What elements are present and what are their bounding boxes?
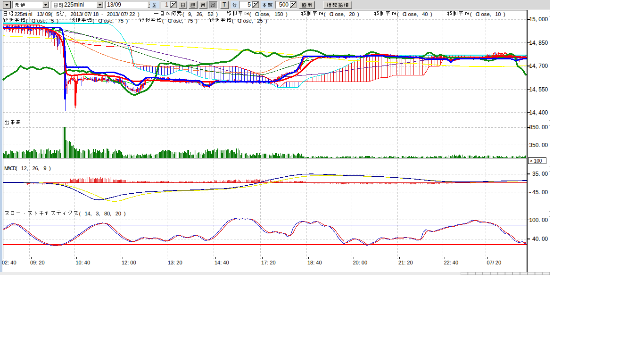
svg-text:( Close, 10 ): ( Close, 10 ) — [470, 11, 505, 17]
svg-text:13:20: 13:20 — [168, 260, 182, 265]
svg-text:14,850: 14,850 — [529, 40, 548, 46]
svg-text:21:20: 21:20 — [398, 260, 413, 265]
svg-text:22:40: 22:40 — [444, 260, 459, 265]
svg-text:-45.00: -45.00 — [529, 189, 548, 196]
svg-text:14:40: 14:40 — [215, 260, 229, 265]
svg-text:100.00: 100.00 — [529, 217, 548, 223]
svg-text:02:40: 02:40 — [2, 260, 17, 265]
svg-text:09:20: 09:20 — [30, 260, 45, 265]
svg-text:( Close, 25 ): ( Close, 25 ) — [232, 18, 267, 24]
svg-text:( Close, 75 ): ( Close, 75 ) — [162, 18, 198, 24]
svg-text:MACD( 12, 26, 9 ): MACD( 12, 26, 9 ) — [4, 165, 51, 171]
svg-text:15,000: 15,000 — [529, 16, 548, 23]
svg-text:( Close, 20 ): ( Close, 20 ) — [324, 11, 359, 17]
svg-text:10:40: 10:40 — [76, 260, 91, 265]
svg-text:( 9, 26, 52 ): ( 9, 26, 52 ) — [182, 11, 218, 17]
svg-text:14,400: 14,400 — [529, 109, 548, 116]
svg-text:12:00: 12:00 — [122, 260, 136, 265]
svg-text:14,550: 14,550 — [529, 86, 548, 93]
svg-text:18:40: 18:40 — [307, 260, 322, 265]
svg-text:07/20: 07/20 — [487, 260, 502, 265]
svg-text:× 100: × 100 — [530, 158, 542, 164]
svg-text:350.00: 350.00 — [529, 142, 548, 148]
svg-text:( Close, 40 ): ( Close, 40 ) — [397, 11, 432, 17]
svg-text:( 14, 3, 80, 20 ): ( 14, 3, 80, 20 ) — [79, 211, 126, 216]
svg-text:( Close, 150 ): ( Close, 150 ) — [249, 11, 288, 17]
svg-text:20:00: 20:00 — [353, 260, 368, 265]
svg-text:850.00: 850.00 — [529, 124, 548, 131]
svg-text:17:20: 17:20 — [261, 260, 276, 265]
svg-text:14,700: 14,700 — [529, 63, 548, 69]
svg-text:( Close, 75 ): ( Close, 75 ) — [92, 18, 128, 24]
